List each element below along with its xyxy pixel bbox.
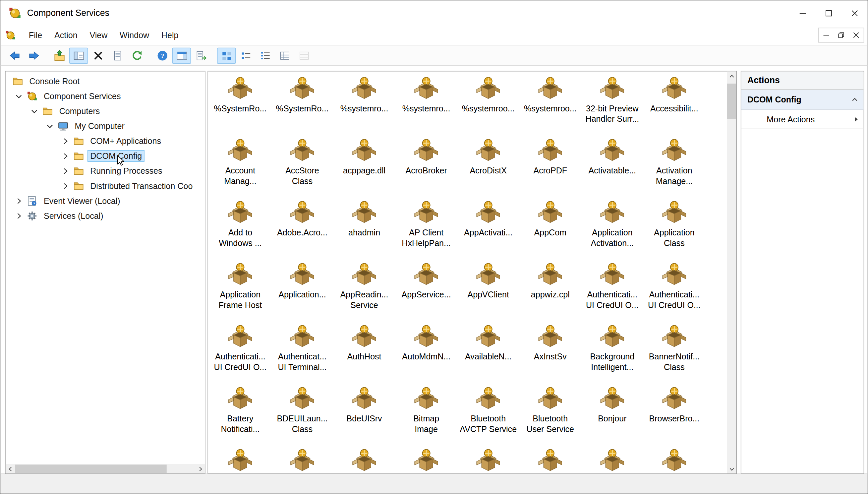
actions-group-dcom-config[interactable]: DCOM Config [742, 90, 864, 110]
dcom-item-systemroo[interactable]: %systemroo... [457, 75, 519, 137]
forward-button[interactable] [24, 48, 43, 63]
dcom-item-bannernotif[interactable]: BannerNotif... Class [643, 323, 705, 385]
dcom-item-ap-client[interactable]: AP Client HxHelpPan... [395, 199, 457, 261]
dcom-item-add-to[interactable]: Add to Windows ... [209, 199, 271, 261]
dcom-item-bluetooth[interactable]: Bluetooth User Service [519, 385, 581, 448]
dcom-item-bdeuisrv[interactable]: BdeUISrv [333, 385, 395, 448]
dcom-item-account[interactable]: Account Manag... [209, 137, 271, 199]
tree-item-distributed-transaction-coo[interactable]: Distributed Transaction Coo [6, 178, 205, 193]
tree-item-services-local[interactable]: Services (Local) [6, 208, 205, 223]
dcom-item-authenticati[interactable]: Authenticati... UI CredUI O... [581, 261, 643, 323]
scroll-left-arrow[interactable] [6, 464, 15, 473]
tree-item-my-computer[interactable]: My Computer [6, 118, 205, 133]
dcom-item-acrodistx[interactable]: AcroDistX [457, 137, 519, 199]
dcom-item-appactivati[interactable]: AppActivati... [457, 199, 519, 261]
dcom-item-systemro[interactable]: %SystemRo... [271, 75, 333, 137]
dcom-item-activatable[interactable]: Activatable... [581, 137, 643, 199]
dcom-item-axinstsv[interactable]: AxInstSv [519, 323, 581, 385]
dcom-item-appvclient[interactable]: AppVClient [457, 261, 519, 323]
dcom-item-ahadmin[interactable]: ahadmin [333, 199, 395, 261]
child-restore-button[interactable] [833, 28, 848, 42]
dcom-item-acropdf[interactable]: AcroPDF [519, 137, 581, 199]
dcom-item-32-bit-preview[interactable]: 32-bit Preview Handler Surr... [581, 75, 643, 137]
dcom-item-appreadin[interactable]: AppReadin... Service [333, 261, 395, 323]
dcom-item-application[interactable]: Application... [271, 261, 333, 323]
dcom-item-appwiz-cpl[interactable]: appwiz.cpl [519, 261, 581, 323]
menu-file[interactable]: File [22, 26, 48, 44]
menu-window[interactable]: Window [114, 26, 155, 44]
chevron-collapsed-icon[interactable] [61, 152, 70, 160]
dcom-item-adobe-acro[interactable]: Adobe.Acro... [271, 199, 333, 261]
maximize-button[interactable] [815, 1, 842, 25]
dcom-item-accessibilit[interactable]: Accessibilit... [643, 75, 705, 137]
child-minimize-button[interactable] [818, 28, 833, 42]
dcom-item-authhost[interactable]: AuthHost [333, 323, 395, 385]
scroll-right-arrow[interactable] [196, 464, 205, 473]
up-one-level-button[interactable] [50, 48, 68, 63]
chevron-expanded-icon[interactable] [45, 122, 54, 131]
dcom-item[interactable] [395, 448, 457, 474]
dcom-item-background[interactable]: Background Intelligent... [581, 323, 643, 385]
chevron-collapsed-icon[interactable] [61, 182, 70, 190]
scroll-up-arrow[interactable] [727, 71, 736, 80]
tree-item-dcom-config[interactable]: DCOM Config [6, 149, 205, 164]
chevron-expanded-icon[interactable] [14, 92, 23, 100]
dcom-item-authenticat[interactable]: Authenticat... UI Terminal... [271, 323, 333, 385]
dcom-item-application[interactable]: Application Frame Host [209, 261, 271, 323]
dcom-item[interactable] [271, 448, 333, 474]
dcom-item-bdeuilaun[interactable]: BDEUILaun... Class [271, 385, 333, 448]
customize-view-button[interactable] [295, 48, 314, 63]
back-button[interactable] [5, 48, 24, 63]
tree-item-computers[interactable]: Computers [6, 103, 205, 118]
dcom-item-application[interactable]: Application Class [643, 199, 705, 261]
menu-view[interactable]: View [83, 26, 114, 44]
dcom-item-automdmn[interactable]: AutoMdmN... [395, 323, 457, 385]
delete-button[interactable] [88, 48, 107, 63]
dcom-item-battery[interactable]: Battery Notificati... [209, 385, 271, 448]
dcom-item-bonjour[interactable]: Bonjour [581, 385, 643, 448]
dcom-item-systemroo[interactable]: %systemroo... [519, 75, 581, 137]
list-view-button[interactable] [256, 48, 275, 63]
chevron-expanded-icon[interactable] [30, 107, 39, 116]
tree-item-com-applications[interactable]: COM+ Applications [6, 134, 205, 149]
dcom-item-systemro[interactable]: %systemro... [333, 75, 395, 137]
small-buttons-view-icon[interactable] [236, 48, 255, 63]
list-vertical-scrollbar[interactable] [727, 71, 736, 473]
dcom-item-bluetooth[interactable]: Bluetooth AVCTP Service [457, 385, 519, 448]
tree-item-component-services[interactable]: Component Services [6, 89, 205, 103]
chevron-collapsed-icon[interactable] [61, 167, 70, 175]
vertical-scroll-thumb[interactable] [727, 83, 736, 119]
dcom-item-appcom[interactable]: AppCom [519, 199, 581, 261]
dcom-item-authenticati[interactable]: Authenticati... UI CredUI O... [209, 323, 271, 385]
menu-action[interactable]: Action [48, 26, 83, 44]
dcom-item[interactable] [457, 448, 519, 474]
help-button[interactable]: ? [153, 48, 172, 63]
tree-item-event-viewer-local[interactable]: Event Viewer (Local) [6, 193, 205, 208]
dcom-item-activation[interactable]: Activation Manage... [643, 137, 705, 199]
dcom-item-browserbro[interactable]: BrowserBro... [643, 385, 705, 448]
dcom-item-authenticati[interactable]: Authenticati... UI CredUI O... [643, 261, 705, 323]
dcom-item-availablen[interactable]: AvailableN... [457, 323, 519, 385]
dcom-item[interactable] [643, 448, 705, 474]
show-hide-console-tree-button[interactable] [69, 48, 88, 63]
dcom-item[interactable] [581, 448, 643, 474]
more-actions-item[interactable]: More Actions [742, 110, 864, 129]
close-button[interactable] [842, 1, 868, 25]
chevron-up-icon[interactable] [851, 96, 859, 103]
dcom-item[interactable] [333, 448, 395, 474]
tree-item-running-processes[interactable]: Running Processes [6, 164, 205, 178]
dcom-item-accstore[interactable]: AccStore Class [271, 137, 333, 199]
scroll-down-arrow[interactable] [727, 464, 736, 473]
large-buttons-view-icon[interactable] [217, 48, 236, 63]
dcom-item-systemro[interactable]: %SystemRo... [209, 75, 271, 137]
dcom-item-bitmap[interactable]: Bitmap Image [395, 385, 457, 448]
properties-button[interactable] [108, 48, 127, 63]
chevron-collapsed-icon[interactable] [14, 196, 23, 205]
chevron-collapsed-icon[interactable] [14, 211, 23, 220]
dcom-item-acrobroker[interactable]: AcroBroker [395, 137, 457, 199]
dcom-item-application[interactable]: Application Activation... [581, 199, 643, 261]
refresh-button[interactable] [127, 48, 146, 63]
child-close-button[interactable] [849, 28, 864, 42]
dcom-item[interactable] [519, 448, 581, 474]
horizontal-scroll-thumb[interactable] [15, 464, 167, 473]
